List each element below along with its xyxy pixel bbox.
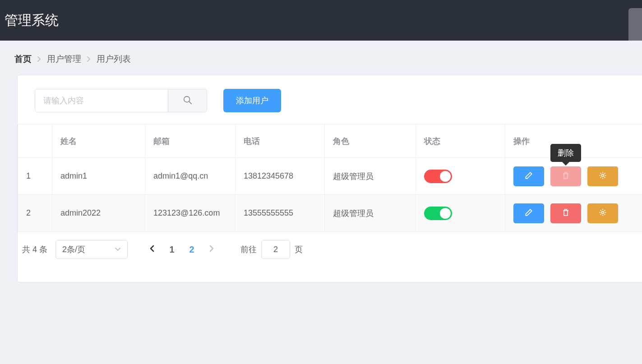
- cell-email: admin1@qq.cn: [145, 158, 236, 195]
- col-header-role: 角色: [325, 124, 416, 158]
- cell-ops: [505, 195, 642, 232]
- cell-role: 超级管理员: [325, 195, 416, 232]
- content-card: 添加用户 姓名 邮箱 电话 角色 状态 操作 1 admin1: [17, 75, 642, 282]
- edit-icon: [524, 208, 533, 218]
- search-button[interactable]: [168, 89, 207, 112]
- gear-icon: [598, 171, 607, 181]
- app-header: 管理系统: [0, 0, 642, 41]
- cell-phone: 13812345678: [236, 158, 325, 195]
- jump-suffix: 页: [295, 244, 303, 255]
- breadcrumb: 首页 用户管理 用户列表: [3, 42, 642, 75]
- header-right-handle[interactable]: [628, 8, 642, 41]
- pager: 1 2: [143, 240, 221, 258]
- table-row: 1 admin1 admin1@qq.cn 13812345678 超级管理员: [18, 158, 642, 195]
- action-buttons: [513, 203, 636, 223]
- app-title: 管理系统: [5, 11, 59, 30]
- next-page-button[interactable]: [203, 240, 221, 258]
- pagination-total: 共 4 条: [22, 244, 47, 255]
- chevron-down-icon: [115, 245, 121, 254]
- cell-phone: 13555555555: [236, 195, 325, 232]
- cell-role: 超级管理员: [325, 158, 416, 195]
- add-user-button[interactable]: 添加用户: [223, 89, 281, 112]
- search-group: [35, 89, 207, 112]
- prev-page-button[interactable]: [143, 240, 161, 258]
- cell-name: admin1: [52, 158, 145, 195]
- chevron-left-icon: [149, 244, 155, 255]
- page-number-2[interactable]: 2: [183, 240, 201, 258]
- delete-button[interactable]: [550, 203, 581, 223]
- state-toggle[interactable]: [424, 207, 452, 220]
- page-jump: 前往 页: [240, 240, 303, 259]
- main-area: 首页 用户管理 用户列表 添加用户: [0, 41, 642, 282]
- col-header-index: [18, 124, 52, 158]
- pagination: 共 4 条 2条/页 1 2 前往 页: [18, 232, 642, 277]
- svg-point-3: [602, 212, 604, 214]
- settings-button[interactable]: [587, 166, 618, 186]
- svg-line-1: [189, 101, 191, 104]
- toggle-knob: [440, 171, 451, 182]
- jump-prefix: 前往: [240, 244, 257, 255]
- table-header-row: 姓名 邮箱 电话 角色 状态 操作: [18, 124, 642, 158]
- table-row: 2 admin2022 123123@126.com 13555555555 超…: [18, 195, 642, 232]
- cell-index: 1: [18, 158, 52, 195]
- gear-icon: [598, 208, 607, 218]
- toggle-knob: [440, 208, 451, 219]
- action-buttons: 删除: [513, 166, 636, 186]
- cell-state: [416, 195, 505, 232]
- breadcrumb-item-home[interactable]: 首页: [14, 53, 32, 65]
- cell-state: [416, 158, 505, 195]
- cell-index: 2: [18, 195, 52, 232]
- breadcrumb-item-user-list: 用户列表: [97, 53, 131, 65]
- chevron-right-icon: [87, 56, 91, 62]
- delete-button[interactable]: 删除: [550, 166, 581, 186]
- col-header-phone: 电话: [236, 124, 325, 158]
- cell-name: admin2022: [52, 195, 145, 232]
- user-table: 姓名 邮箱 电话 角色 状态 操作 1 admin1 admin1@qq.cn …: [18, 124, 642, 232]
- chevron-right-icon: [208, 244, 215, 255]
- tooltip-delete: 删除: [550, 144, 581, 162]
- chevron-right-icon: [37, 56, 42, 62]
- cell-ops: 删除: [505, 158, 642, 195]
- jump-input[interactable]: [261, 240, 290, 259]
- edit-button[interactable]: [513, 203, 544, 223]
- cell-email: 123123@126.com: [145, 195, 236, 232]
- breadcrumb-item-user-mgmt[interactable]: 用户管理: [47, 53, 81, 65]
- col-header-name: 姓名: [52, 124, 145, 158]
- page-number-1[interactable]: 1: [163, 240, 181, 258]
- col-header-state: 状态: [416, 124, 505, 158]
- svg-point-2: [602, 175, 604, 177]
- edit-icon: [524, 171, 533, 181]
- page-size-label: 2条/页: [62, 244, 85, 255]
- page-size-select[interactable]: 2条/页: [55, 240, 128, 259]
- search-icon: [183, 95, 193, 106]
- edit-button[interactable]: [513, 166, 544, 186]
- search-input[interactable]: [35, 89, 168, 112]
- trash-icon: [561, 208, 570, 218]
- settings-button[interactable]: [587, 203, 618, 223]
- col-header-email: 邮箱: [145, 124, 236, 158]
- state-toggle[interactable]: [424, 170, 452, 183]
- trash-icon: [561, 171, 570, 181]
- toolbar: 添加用户: [18, 89, 642, 124]
